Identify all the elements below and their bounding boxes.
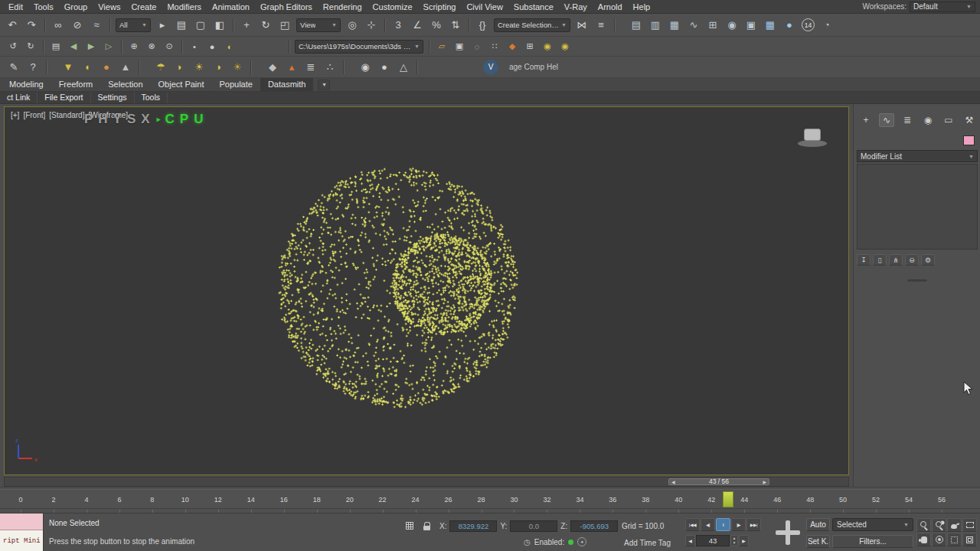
select-object-icon[interactable]: ▸ <box>153 16 172 34</box>
state-sets-badge[interactable]: 14 <box>802 18 815 31</box>
yellow-ball2-icon[interactable]: ◉ <box>557 39 573 54</box>
menu-modifiers[interactable]: Modifiers <box>162 1 207 13</box>
brush-small-icon[interactable]: • <box>186 39 203 54</box>
diamond-icon[interactable]: ◆ <box>263 59 282 76</box>
key-prev-button[interactable]: ◀ <box>685 535 695 546</box>
brush-medium-icon[interactable]: ● <box>204 39 220 54</box>
project-path-dropdown[interactable]: C:\Users\1975s\Documents\3ds Max 2023▼ <box>295 40 423 54</box>
selection-filter-dropdown[interactable]: All▼ <box>116 18 151 32</box>
ribbon-tab-selection[interactable]: Selection <box>100 78 150 91</box>
yellow-ball-icon[interactable]: ◉ <box>539 39 556 54</box>
zoom-extents-button[interactable] <box>947 518 962 532</box>
schematic-view-icon[interactable]: ⊞ <box>704 16 722 34</box>
menu-group[interactable]: Group <box>59 1 93 13</box>
current-frame-field[interactable]: 43 <box>696 535 730 546</box>
menu-customize[interactable]: Customize <box>368 1 418 13</box>
next-frame-button[interactable]: |▶ <box>731 518 746 531</box>
maximize-viewport-button[interactable] <box>962 533 977 546</box>
marker-icon[interactable]: ▼ <box>59 59 77 76</box>
add-time-tag[interactable]: Add Time Tag <box>624 539 671 547</box>
render-setup-icon[interactable]: ▣ <box>742 16 760 34</box>
select-and-scale-icon[interactable]: ◰ <box>276 16 294 34</box>
select-and-rotate-icon[interactable]: ↻ <box>256 16 275 34</box>
ribbon-toggle-icon[interactable]: ▦ <box>665 16 684 34</box>
moon-icon[interactable]: ◑ <box>209 59 227 76</box>
modifier-list-dropdown[interactable]: Modifier List ▼ <box>857 150 978 162</box>
sun-icon[interactable]: ☀ <box>190 59 208 76</box>
orbit-button[interactable] <box>932 533 946 546</box>
key-next-button[interactable]: ▶ <box>739 535 749 546</box>
z-coordinate-field[interactable]: -905.693 <box>570 520 618 532</box>
tab-modify[interactable]: ∿ <box>879 113 894 127</box>
time-slider-next-icon[interactable]: ▶ <box>763 480 766 484</box>
auto-key-button[interactable]: Auto <box>806 518 830 531</box>
grid-snap-icon[interactable]: ⊞ <box>521 39 538 54</box>
help-icon[interactable]: ? <box>24 59 42 76</box>
named-selection-sets-icon[interactable]: {} <box>473 16 492 34</box>
x-coordinate-field[interactable]: 8329.922 <box>449 520 497 532</box>
viewport-style-label[interactable]: [Standard] <box>49 111 84 119</box>
snap-toggle-icon[interactable]: 3 <box>389 16 407 34</box>
folder-icon[interactable]: ▱ <box>433 39 450 54</box>
teapot-icon[interactable]: ● <box>375 59 394 76</box>
key-filters-button[interactable]: Filters... <box>832 535 913 548</box>
select-by-name-icon[interactable]: ▤ <box>172 16 191 34</box>
pin-stack-button[interactable]: ↧ <box>857 254 871 266</box>
go-to-start-button[interactable]: |◀◀ <box>685 518 700 531</box>
menu-animation[interactable]: Animation <box>207 1 255 13</box>
datasmith-tab-tools[interactable]: Tools <box>135 92 168 103</box>
zoom-button[interactable] <box>916 518 931 532</box>
absolute-mode-toggle[interactable] <box>403 520 416 531</box>
unlink-selection-icon[interactable]: ⊘ <box>68 16 87 34</box>
configure-modifier-sets-button[interactable]: ⚙ <box>921 254 935 266</box>
time-slider-prev-icon[interactable]: ◀ <box>671 480 675 484</box>
ribbon-tab-datasmith[interactable]: Datasmith <box>260 78 314 91</box>
zoom-region-button[interactable] <box>962 518 977 532</box>
record-toggle[interactable]: ● <box>577 537 586 546</box>
brush-preset-icon[interactable]: ◐ <box>221 39 238 54</box>
curve-editor-icon[interactable]: ∿ <box>684 16 703 34</box>
pan-button[interactable] <box>916 533 931 546</box>
vray-logo-icon[interactable]: V <box>483 60 498 75</box>
redo-view-icon[interactable]: ↻ <box>22 39 39 54</box>
render-arc-icon[interactable]: ◔ <box>818 16 836 34</box>
tripod-icon[interactable]: △ <box>394 59 413 76</box>
percent-snap-icon[interactable]: % <box>427 16 446 34</box>
menu-tools[interactable]: Tools <box>28 1 59 13</box>
datasmith-tab-settings[interactable]: Settings <box>91 92 135 103</box>
rectangular-selection-icon[interactable]: ▢ <box>191 16 210 34</box>
tab-hierarchy[interactable]: ≣ <box>900 113 915 127</box>
undo-icon[interactable]: ↶ <box>3 16 21 34</box>
viewport-menu-label[interactable]: [+] <box>11 111 19 119</box>
ribbon-tab-populate[interactable]: Populate <box>211 78 260 91</box>
y-coordinate-field[interactable]: 0.0 <box>510 520 557 532</box>
bind-to-spacewarp-icon[interactable]: ≈ <box>87 16 106 34</box>
menu-create[interactable]: Create <box>126 1 162 13</box>
umbrella-icon[interactable]: ☂ <box>152 59 170 76</box>
panel-resize-handle[interactable] <box>907 279 927 282</box>
show-end-result-button[interactable]: ▯ <box>873 254 887 266</box>
asset-save-icon[interactable]: ▣ <box>451 39 468 54</box>
mini-listener-field[interactable]: ript Mini <box>0 530 43 551</box>
tool-plus-icon[interactable]: ⊕ <box>126 39 142 54</box>
sun-dim-icon[interactable]: ☀ <box>228 59 247 76</box>
dots-icon[interactable]: ∴ <box>321 59 339 76</box>
select-and-manipulate-icon[interactable]: ⊹ <box>362 16 381 34</box>
redo-icon[interactable]: ↷ <box>22 16 41 34</box>
menu-edit[interactable]: Edit <box>3 1 28 13</box>
use-pivot-center-icon[interactable]: ◎ <box>343 16 361 34</box>
menu-substance[interactable]: Substance <box>508 1 559 13</box>
menu-rendering[interactable]: Rendering <box>318 1 368 13</box>
tool-dot-icon[interactable]: ⊙ <box>161 39 178 54</box>
reference-coordinate-dropdown[interactable]: View▼ <box>296 18 341 32</box>
tab-motion[interactable]: ◉ <box>920 113 936 127</box>
object-color-swatch[interactable] <box>963 135 975 145</box>
pause-button[interactable]: ‖ <box>716 518 730 531</box>
key-selection-dropdown[interactable]: Selected ▼ <box>832 518 913 531</box>
walkthrough-button[interactable] <box>947 533 962 546</box>
frame-forward-icon[interactable]: ▷ <box>100 39 117 54</box>
datasmith-tab-file-export[interactable]: File Export <box>38 92 90 103</box>
stack-icon[interactable]: ≣ <box>302 59 320 76</box>
viewcube[interactable] <box>796 126 830 150</box>
frame-spinner[interactable]: ▲▼ <box>730 535 738 546</box>
